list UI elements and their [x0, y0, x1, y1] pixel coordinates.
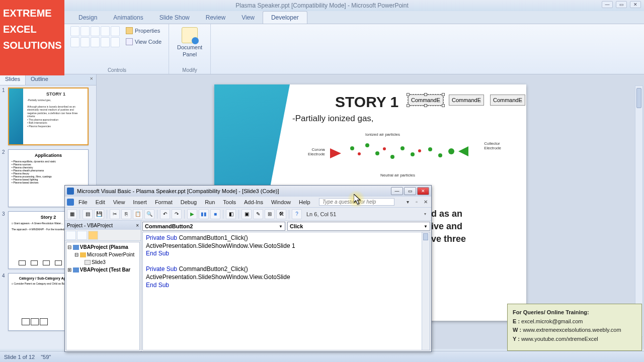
brand-logo: EXTREME EXCEL SOLUTIONS [0, 0, 64, 75]
hand-icon [126, 27, 133, 34]
vertical-scrollbar[interactable] [635, 85, 643, 337]
document-panel-icon [182, 27, 198, 43]
chevron-down-icon: ▼ [279, 224, 283, 229]
code-panel: CommandButton2 ▼ Click ▼ Private Sub Com… [141, 221, 431, 351]
project-header: Project - VBAProject × [65, 221, 141, 230]
toolbar-overflow[interactable]: ▾ [424, 212, 429, 216]
tb-project[interactable]: ▣ [242, 209, 252, 219]
command-button-1[interactable]: CommandE [408, 95, 443, 106]
doc-close[interactable]: ✕ [422, 199, 429, 206]
toggle-folders-icon[interactable] [88, 231, 98, 240]
window-title: Plasma Speaker.ppt [Compatibility Mode] … [235, 2, 408, 9]
tab-view[interactable]: View [233, 12, 263, 24]
object-dropdown[interactable]: CommandButton2 ▼ [142, 222, 285, 231]
menu-view[interactable]: View [110, 198, 129, 206]
powerpoint-window: Plasma Speaker.ppt [Compatibility Mode] … [0, 0, 644, 362]
slides-tab[interactable]: Slides [0, 74, 26, 85]
window-controls: — ▭ ✕ [602, 1, 641, 8]
menu-format[interactable]: Format [151, 198, 176, 206]
ribbon-tabs: Design Animations Slide Show Review View… [0, 11, 644, 24]
vba-maximize[interactable]: ▭ [404, 187, 416, 195]
modify-group-label: Modify [182, 66, 197, 74]
project-explorer: Project - VBAProject × ⊟ VBAProject (Pla… [65, 221, 141, 351]
vba-menu-bar: File Edit View Insert Format Debug Run T… [65, 197, 431, 208]
vba-close[interactable]: ✕ [417, 187, 429, 195]
cursor-position: Ln 6, Col 51 [306, 211, 336, 217]
tb-cut[interactable]: ✂ [110, 209, 120, 219]
title-bar: Plasma Speaker.ppt [Compatibility Mode] … [0, 0, 644, 11]
menu-edit[interactable]: Edit [92, 198, 109, 206]
tab-design[interactable]: Design [70, 12, 105, 24]
document-panel-button[interactable]: Document Panel [174, 26, 205, 58]
code-icon [126, 38, 133, 45]
panel-close[interactable]: × [87, 74, 96, 85]
tb-undo[interactable]: ↶ [160, 209, 170, 219]
tb-browser[interactable]: ⊞ [265, 209, 275, 219]
command-button-3[interactable]: CommandE [490, 95, 525, 106]
tab-slide-show[interactable]: Slide Show [151, 12, 198, 24]
tab-animations[interactable]: Animations [105, 12, 151, 24]
tb-reset[interactable]: ■ [210, 209, 220, 219]
menu-file[interactable]: File [75, 198, 91, 206]
thumb-1[interactable]: 1 STORY 1 -Partially ionized gas, Althou… [2, 87, 94, 145]
controls-group-label: Controls [108, 66, 126, 74]
tb-save[interactable]: 💾 [94, 209, 104, 219]
doc-minimize[interactable]: ▾ [404, 199, 411, 206]
tab-developer[interactable]: Developer [263, 11, 307, 24]
view-code-icon[interactable] [66, 231, 76, 240]
slide-title: STORY 1 [335, 94, 398, 111]
vba-icon [67, 199, 74, 206]
scroll-thumb[interactable] [636, 88, 641, 108]
project-close[interactable]: × [136, 223, 139, 228]
vba-body: Project - VBAProject × ⊟ VBAProject (Pla… [65, 221, 431, 351]
slide-subtitle: -Partially ionized gas, [292, 114, 374, 124]
modify-group: Document Panel Modify [169, 24, 211, 74]
menu-tools[interactable]: Tools [219, 198, 239, 206]
help-search[interactable] [319, 198, 394, 206]
outline-tab[interactable]: Outline [26, 74, 53, 85]
code-editor[interactable]: Private Sub CommandButton1_Click() Activ… [142, 232, 430, 350]
chevron-down-icon: ▼ [424, 224, 428, 229]
menu-debug[interactable]: Debug [177, 198, 200, 206]
project-tree[interactable]: ⊟ VBAProject (Plasma ⊟ Microsoft PowerPo… [66, 242, 140, 350]
tb-find[interactable]: 🔍 [144, 209, 154, 219]
properties-button[interactable]: Properties [124, 26, 164, 35]
vba-title-bar[interactable]: Microsoft Visual Basic - Plasma Speaker.… [65, 186, 431, 197]
vba-minimize[interactable]: — [391, 187, 403, 195]
view-code-button[interactable]: View Code [124, 37, 164, 46]
vba-editor-window[interactable]: Microsoft Visual Basic - Plasma Speaker.… [64, 185, 432, 352]
status-extra: "59" [41, 354, 51, 360]
close-button[interactable]: ✕ [630, 1, 641, 8]
procedure-dropdown[interactable]: Click ▼ [287, 222, 430, 231]
tb-help[interactable]: ? [292, 209, 302, 219]
menu-help[interactable]: Help [295, 198, 314, 206]
menu-addins[interactable]: Add-Ins [240, 198, 267, 206]
status-bar: Slide 1 of 12 "59" [0, 351, 644, 362]
menu-window[interactable]: Window [268, 198, 294, 206]
slide-counter: Slide 1 of 12 [4, 354, 35, 360]
tb-toolbox[interactable]: 🛠 [276, 209, 286, 219]
tb-paste[interactable]: 📋 [133, 209, 143, 219]
ribbon-body: Properties View Code Controls Document P… [0, 24, 644, 74]
view-object-icon[interactable] [77, 231, 87, 240]
tb-redo[interactable]: ↷ [172, 209, 182, 219]
tab-review[interactable]: Review [198, 12, 233, 24]
maximize-button[interactable]: ▭ [616, 1, 627, 8]
tb-insert[interactable]: ▤ [83, 209, 93, 219]
doc-restore[interactable]: ▫ [413, 199, 420, 206]
tb-run[interactable]: ▶ [187, 209, 197, 219]
tb-break[interactable]: ▮▮ [199, 209, 209, 219]
contact-info-box: For Queries/ Online Training: E : excel.… [507, 304, 642, 351]
vba-app-icon [67, 188, 74, 195]
plasma-diagram: Corona Electrode Ionized air particles C… [310, 132, 496, 177]
menu-insert[interactable]: Insert [129, 198, 150, 206]
tb-copy[interactable]: ⎘ [121, 209, 131, 219]
tb-design[interactable]: ◧ [226, 209, 236, 219]
control-toolbox[interactable] [70, 26, 120, 47]
menu-run[interactable]: Run [201, 198, 218, 206]
command-button-2[interactable]: CommandE [449, 95, 484, 106]
tb-properties[interactable]: ✎ [253, 209, 263, 219]
code-scrollbar[interactable] [422, 232, 430, 350]
tb-view-ms[interactable]: ▦ [67, 209, 77, 219]
minimize-button[interactable]: — [602, 1, 613, 8]
